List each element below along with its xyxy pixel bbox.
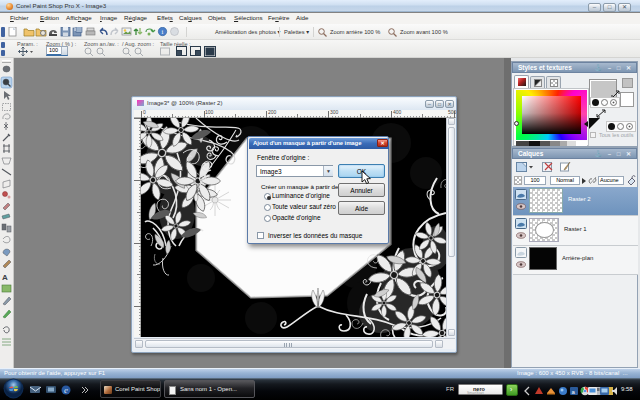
svg-text:e: e [64, 385, 68, 395]
svg-text:A: A [2, 273, 8, 282]
svg-text:i: i [162, 28, 164, 35]
